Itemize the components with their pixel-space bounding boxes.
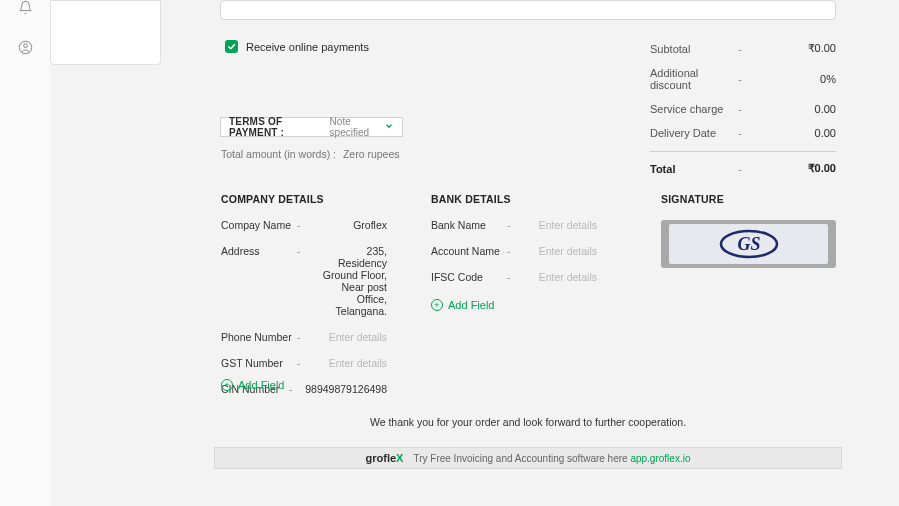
address-label: Address xyxy=(221,245,297,317)
total-value: ₹0.00 xyxy=(772,162,836,175)
bell-icon[interactable] xyxy=(18,0,33,15)
totals-block: Subtotal - ₹0.00 Additional discount - 0… xyxy=(650,42,836,187)
thank-you-text: We thank you for your order and look for… xyxy=(220,416,836,428)
bank-add-field-button[interactable]: + Add Field xyxy=(431,299,597,311)
additional-discount-row: Additional discount - 0% xyxy=(650,67,836,91)
company-name-label: Compay Name xyxy=(221,219,297,231)
bank-name-field[interactable]: Enter details xyxy=(525,219,597,231)
receive-payments-checkbox[interactable] xyxy=(225,40,238,53)
total-row: Total - ₹0.00 xyxy=(650,162,836,175)
delivery-date-row: Delivery Date - 0.00 xyxy=(650,127,836,139)
left-sidebar xyxy=(0,0,50,506)
groflex-logo: grofleX xyxy=(366,452,404,464)
subtotal-row: Subtotal - ₹0.00 xyxy=(650,42,836,55)
footer-message: Try Free Invoicing and Accounting softwa… xyxy=(413,453,627,464)
company-heading: COMPANY DETAILS xyxy=(221,193,387,205)
subtotal-dash: - xyxy=(738,43,772,55)
svg-point-1 xyxy=(23,44,27,48)
terms-of-payment-select[interactable]: TERMS OF PAYMENT : Note specified xyxy=(220,117,403,137)
signature-block: SIGNATURE GS xyxy=(661,193,836,268)
account-name-label: Account Name xyxy=(431,245,507,257)
company-name-row: Compay Name - Groflex xyxy=(221,219,387,231)
terms-value: Note specified xyxy=(330,116,384,138)
bank-details-block: BANK DETAILS Bank Name - Enter details A… xyxy=(431,193,597,311)
account-name-field[interactable]: Enter details xyxy=(525,245,597,257)
service-charge-row: Service charge - 0.00 xyxy=(650,103,836,115)
address-value[interactable]: 235, Residency Ground Floor, Near post O… xyxy=(315,245,387,317)
delivery-date-dash: - xyxy=(738,127,772,139)
amount-words-label: Total amount (in words) : xyxy=(221,148,336,160)
add-field-label: Add Field xyxy=(238,379,284,391)
gst-field[interactable]: Enter details xyxy=(315,357,387,369)
company-add-field-button[interactable]: + Add Field xyxy=(221,379,284,391)
service-charge-label: Service charge xyxy=(650,103,738,115)
delivery-date-value: 0.00 xyxy=(772,127,836,139)
subtotal-label: Subtotal xyxy=(650,43,738,55)
phone-field[interactable]: Enter details xyxy=(315,331,387,343)
totals-divider xyxy=(650,151,836,152)
additional-discount-label: Additional discount xyxy=(650,67,738,91)
left-panel-card xyxy=(50,0,161,65)
signature-image[interactable]: GS xyxy=(661,220,836,268)
gst-label: GST Number xyxy=(221,357,297,369)
terms-label: TERMS OF PAYMENT : xyxy=(229,116,325,138)
total-dash: - xyxy=(738,163,772,175)
ifsc-row: IFSC Code - Enter details xyxy=(431,271,597,283)
add-field-label: Add Field xyxy=(448,299,494,311)
gst-row: GST Number - Enter details xyxy=(221,357,387,369)
subtotal-value: ₹0.00 xyxy=(772,42,836,55)
footer-bar: grofleX Try Free Invoicing and Accountin… xyxy=(214,447,842,469)
phone-label: Phone Number xyxy=(221,331,297,343)
amount-in-words-row: Total amount (in words) : Zero rupees xyxy=(221,148,400,160)
bank-heading: BANK DETAILS xyxy=(431,193,597,205)
ifsc-field[interactable]: Enter details xyxy=(525,271,597,283)
account-name-row: Account Name - Enter details xyxy=(431,245,597,257)
notes-textarea[interactable] xyxy=(220,0,836,20)
user-circle-icon[interactable] xyxy=(18,40,33,55)
amount-words-value: Zero rupees xyxy=(343,148,400,160)
footer-link[interactable]: app.groflex.io xyxy=(630,453,690,464)
additional-discount-dash: - xyxy=(738,73,772,85)
additional-discount-value: 0% xyxy=(772,73,836,85)
plus-circle-icon: + xyxy=(221,379,233,391)
bank-name-row: Bank Name - Enter details xyxy=(431,219,597,231)
svg-text:GS: GS xyxy=(737,234,760,254)
phone-row: Phone Number - Enter details xyxy=(221,331,387,343)
ifsc-label: IFSC Code xyxy=(431,271,507,283)
company-name-value[interactable]: Groflex xyxy=(315,219,387,231)
company-details-block: COMPANY DETAILS Compay Name - Groflex Ad… xyxy=(221,193,387,395)
company-address-row: Address - 235, Residency Ground Floor, N… xyxy=(221,245,387,317)
total-label: Total xyxy=(650,163,738,175)
bank-name-label: Bank Name xyxy=(431,219,507,231)
signature-heading: SIGNATURE xyxy=(661,193,836,205)
delivery-date-label: Delivery Date xyxy=(650,127,738,139)
receive-payments-label: Receive online payments xyxy=(246,41,369,53)
chevron-down-icon xyxy=(384,121,394,133)
plus-circle-icon: + xyxy=(431,299,443,311)
service-charge-value: 0.00 xyxy=(772,103,836,115)
receive-payments-row: Receive online payments xyxy=(225,40,369,53)
service-charge-dash: - xyxy=(738,103,772,115)
cin-value[interactable]: 98949879126498 xyxy=(305,383,387,395)
